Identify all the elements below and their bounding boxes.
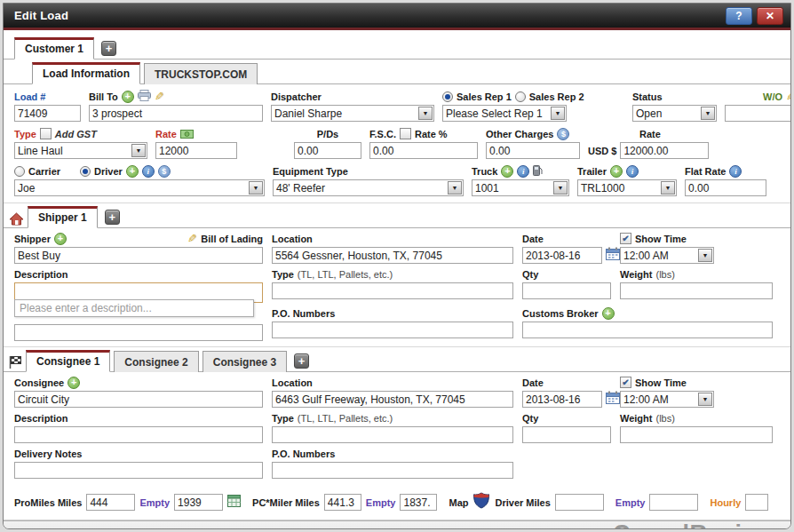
flat-rate-input[interactable]	[685, 179, 766, 196]
help-button[interactable]: ?	[726, 7, 752, 25]
add-truck-icon[interactable]	[501, 165, 513, 178]
truck-select[interactable]: 1001	[472, 179, 569, 196]
print-bill-icon[interactable]	[138, 89, 151, 105]
consignee-grid: Consignee Location Date Show Time 12:00 …	[4, 372, 790, 484]
sales-rep-2-radio[interactable]	[515, 91, 526, 102]
cancel-button[interactable]: CANCEL	[536, 529, 602, 530]
consignee-description-input[interactable]	[14, 426, 263, 443]
map-shield-icon[interactable]	[472, 492, 490, 512]
shipper-show-time-checkbox[interactable]	[620, 233, 631, 244]
bill-to-input[interactable]	[89, 105, 263, 122]
shipper-date-input[interactable]	[522, 247, 602, 264]
tab-truckstop[interactable]: TRUCKSTOP.COM	[144, 63, 258, 84]
equipment-select[interactable]: 48' Reefer	[273, 179, 464, 196]
tab-consignee-3[interactable]: Consignee 3	[202, 351, 287, 372]
chevron-down-icon[interactable]	[698, 249, 712, 262]
pds-input[interactable]	[294, 142, 361, 159]
carrier-radio[interactable]	[14, 166, 25, 177]
tab-customer-1[interactable]: Customer 1	[14, 37, 94, 60]
rate-input[interactable]	[155, 142, 237, 159]
close-button[interactable]: ✕	[757, 7, 783, 25]
delivery-notes-field: Delivery Notes	[14, 446, 263, 479]
wo-edit-icon[interactable]	[786, 91, 791, 102]
fuel-icon[interactable]	[533, 163, 543, 179]
consignee-location-input[interactable]	[272, 391, 513, 408]
driver-pay-icon[interactable]	[158, 165, 171, 178]
pcmiler-input[interactable]	[324, 494, 361, 511]
rate-usd-input[interactable]	[620, 142, 709, 159]
promiles-empty-input[interactable]	[174, 494, 223, 511]
driver-select[interactable]: Joe	[14, 179, 265, 196]
edit-bill-icon[interactable]	[155, 91, 164, 102]
truck-info-icon[interactable]	[517, 165, 529, 178]
sales-rep-select[interactable]: Please Select Rep 1	[442, 105, 567, 122]
calendar-icon[interactable]	[606, 391, 620, 408]
add-shipper-icon[interactable]	[54, 233, 67, 245]
hourly-input[interactable]	[745, 494, 768, 511]
sales-rep-1-radio[interactable]	[442, 91, 453, 102]
add-consignee-icon[interactable]	[67, 377, 80, 389]
driver-info-icon[interactable]	[142, 165, 155, 178]
add-shipper-button[interactable]: +	[105, 210, 120, 225]
consignee-type-input[interactable]	[272, 426, 513, 443]
add-trailer-icon[interactable]	[610, 165, 623, 178]
other-charges-input[interactable]	[486, 142, 580, 159]
consignee-time-select[interactable]: 12:00 AM	[620, 391, 714, 408]
consignee-weight-input[interactable]	[620, 426, 773, 443]
shipper-weight-input[interactable]	[620, 282, 773, 299]
status-select[interactable]: Open	[632, 105, 717, 122]
driver-empty-input[interactable]	[649, 494, 698, 511]
add-consignee-button[interactable]: +	[294, 353, 309, 369]
add-bill-to-icon[interactable]	[122, 91, 134, 103]
delivery-notes-input[interactable]	[14, 462, 263, 479]
rate-pct-checkbox[interactable]	[400, 128, 411, 139]
wo-input[interactable]	[725, 105, 791, 122]
trailer-select[interactable]: TRL1000	[577, 179, 677, 196]
flat-rate-info-icon[interactable]	[729, 165, 742, 178]
consignee-date-input[interactable]	[522, 391, 602, 408]
load-number-input[interactable]	[14, 105, 81, 122]
consignee-name-input[interactable]	[14, 391, 263, 408]
driver-radio[interactable]	[80, 166, 91, 177]
shipper-po-input[interactable]	[272, 322, 513, 338]
chevron-down-icon[interactable]	[131, 144, 146, 157]
promiles-input[interactable]	[86, 494, 135, 511]
trailer-info-icon[interactable]	[626, 165, 639, 178]
tab-consignee-2[interactable]: Consignee 2	[114, 351, 198, 372]
chevron-down-icon[interactable]	[551, 107, 565, 120]
add-gst-checkbox[interactable]	[40, 128, 52, 139]
tab-load-information[interactable]: Load Information	[32, 62, 140, 84]
shipper-qty-input[interactable]	[522, 282, 611, 299]
chevron-down-icon[interactable]	[418, 107, 433, 120]
consignee-qty-input[interactable]	[522, 426, 611, 443]
chevron-down-icon[interactable]	[661, 181, 675, 195]
shipper-extra-input[interactable]	[14, 324, 263, 341]
add-customer-button[interactable]: +	[101, 41, 116, 56]
shipper-type-input[interactable]	[272, 282, 513, 299]
mileage-calculator-icon[interactable]	[227, 495, 241, 511]
chevron-down-icon[interactable]	[553, 181, 568, 195]
customs-broker-input[interactable]	[522, 322, 773, 338]
dollar-icon[interactable]	[557, 128, 569, 140]
tab-shipper-1[interactable]: Shipper 1	[28, 206, 98, 228]
chevron-down-icon[interactable]	[701, 107, 715, 120]
consignee-show-time-checkbox[interactable]	[620, 377, 631, 388]
tab-consignee-1[interactable]: Consignee 1	[26, 350, 110, 372]
type-select[interactable]: Line Haul	[14, 142, 147, 159]
chevron-down-icon[interactable]	[448, 181, 462, 195]
shipper-time-select[interactable]: 12:00 AM	[620, 247, 714, 264]
money-icon[interactable]	[180, 126, 194, 142]
fsc-input[interactable]	[369, 142, 478, 159]
driver-miles-input[interactable]	[555, 494, 604, 511]
calendar-icon[interactable]	[606, 247, 620, 264]
shipper-location-input[interactable]	[272, 247, 513, 264]
add-customs-broker-icon[interactable]	[602, 307, 615, 320]
pcmiler-empty-input[interactable]	[400, 494, 437, 511]
consignee-po-input[interactable]	[272, 462, 513, 479]
chevron-down-icon[interactable]	[698, 393, 712, 406]
shipper-name-input[interactable]	[14, 247, 263, 264]
chevron-down-icon[interactable]	[249, 181, 263, 195]
dispatcher-select[interactable]: Daniel Sharpe	[271, 105, 434, 122]
add-driver-icon[interactable]	[126, 165, 139, 178]
bol-edit-icon[interactable]	[187, 233, 197, 244]
